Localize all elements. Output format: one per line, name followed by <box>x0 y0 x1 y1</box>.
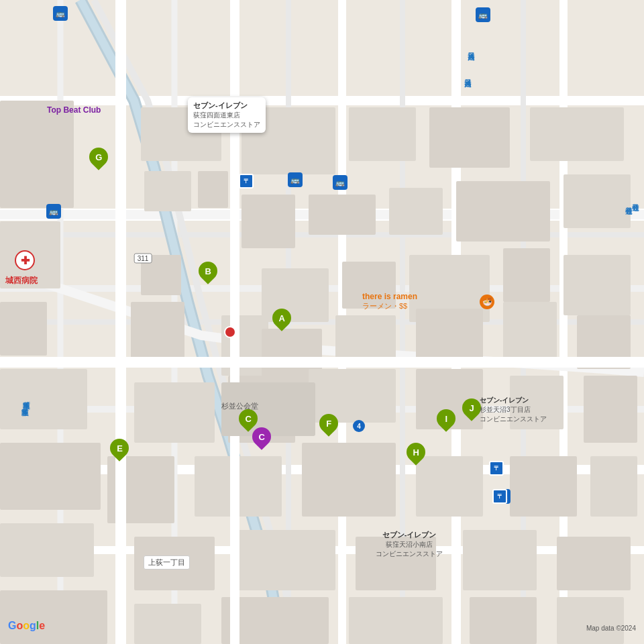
road-badge-311: 311 <box>134 254 152 264</box>
g-blue: G <box>8 620 16 631</box>
svg-rect-62 <box>302 443 396 517</box>
svg-rect-52 <box>503 302 557 362</box>
kamiogi-ichome-label: 上荻一丁目 <box>144 555 190 570</box>
seven-eleven-top-sub2: コンビニエンスストア <box>193 120 260 129</box>
pin-J-label: J <box>469 403 474 413</box>
hospital-cross: ✚ <box>21 254 30 267</box>
bus-stop-2: 🚌 <box>476 7 490 22</box>
map-container: 311 🚌 🚌 🚌 🚌 🚌 🚌 〒 〒 ✚ 城西病院 セブン-イレブン 荻窪四面… <box>0 0 644 644</box>
bus-stop-5: 🚌 <box>333 175 347 190</box>
svg-rect-70 <box>557 537 631 590</box>
red-dot-marker <box>224 326 236 338</box>
svg-rect-75 <box>557 597 624 644</box>
pin-I-label: I <box>445 414 447 424</box>
pin-C-purple-label: C <box>258 432 264 442</box>
svg-rect-63 <box>416 456 483 517</box>
svg-rect-50 <box>335 315 396 362</box>
pin-B[interactable]: B <box>199 262 217 280</box>
svg-rect-38 <box>503 248 550 302</box>
svg-rect-42 <box>0 302 47 356</box>
kamiogi-honmachi: 上荻本町通り <box>21 396 32 405</box>
pin-G[interactable]: G <box>89 148 108 166</box>
bus-stop-1: 🚌 <box>53 6 68 21</box>
pin-A[interactable]: A <box>272 309 291 327</box>
post-icon-2: 〒 <box>492 489 507 504</box>
svg-rect-27 <box>349 107 416 161</box>
seven-eleven-top-sub1: 荻窪四面道東店 <box>193 111 260 120</box>
svg-rect-33 <box>456 181 550 241</box>
svg-rect-46 <box>0 590 107 644</box>
ramen-name: there is ramen <box>362 292 417 301</box>
ramen-desc: ラーメン・$$ <box>362 301 417 311</box>
svg-rect-45 <box>0 523 94 577</box>
svg-rect-67 <box>235 530 335 590</box>
svg-rect-59 <box>584 376 637 443</box>
svg-rect-54 <box>134 382 215 443</box>
pin-C[interactable]: C <box>239 409 258 428</box>
s11-amanuma-name3: コンビニエンスストア <box>376 549 443 559</box>
svg-rect-28 <box>429 107 510 168</box>
svg-rect-64 <box>510 456 577 517</box>
s11-amanuma3-name1: セブン-イレブン <box>480 396 547 405</box>
pin-A-label: A <box>278 313 284 323</box>
s11-amanuma3-name3: コンビニエンスストア <box>480 415 547 424</box>
svg-rect-39 <box>564 255 631 315</box>
pin-F[interactable]: F <box>319 414 338 433</box>
map-data-text: Map data ©2024 <box>586 625 636 632</box>
svg-rect-40 <box>0 101 74 208</box>
post-icon-1: 〒 <box>239 174 254 189</box>
svg-rect-65 <box>590 456 637 517</box>
pin-H[interactable]: H <box>407 443 425 462</box>
pin-F-label: F <box>326 419 331 429</box>
ramen-callout: there is ramen ラーメン・$$ <box>362 292 417 311</box>
svg-rect-44 <box>0 443 101 510</box>
pin-E-label: E <box>117 443 123 453</box>
g-blue2: g <box>30 620 36 631</box>
svg-rect-29 <box>530 107 624 161</box>
post-icon-3: 〒 <box>489 461 504 476</box>
pin-I[interactable]: I <box>437 409 455 428</box>
pin-E[interactable]: E <box>110 439 129 458</box>
nidai-street-diagonal: 日大二高通り <box>466 47 476 56</box>
num-badge-4: 4 <box>353 420 365 432</box>
kyokai-street-side: 教会通り <box>624 201 634 210</box>
bus-stop-3: 🚌 <box>46 204 61 219</box>
google-logo: Google <box>8 620 45 632</box>
svg-rect-69 <box>463 530 537 590</box>
seven-eleven-amanuma-callout: セブン-イレブン 荻窪天沼小南店 コンビニエンスストア <box>376 530 443 559</box>
svg-rect-35 <box>262 268 329 322</box>
svg-rect-73 <box>349 597 443 644</box>
g-red2: e <box>39 620 45 631</box>
ramen-icon: 🍜 <box>480 294 494 309</box>
seven-eleven-amanuma3-callout: セブン-イレブン 杉並天沼3丁目店 コンビニエンスストア <box>480 396 547 424</box>
pin-B-label: B <box>205 266 211 276</box>
svg-rect-31 <box>309 195 376 235</box>
svg-rect-24 <box>198 171 228 208</box>
svg-rect-51 <box>416 309 483 362</box>
svg-rect-30 <box>241 195 295 248</box>
svg-rect-74 <box>470 597 537 644</box>
s11-amanuma-name2: 荻窪天沼小南店 <box>376 540 443 549</box>
svg-rect-43 <box>0 369 87 429</box>
pin-C-purple[interactable]: C <box>252 427 271 446</box>
svg-rect-71 <box>134 604 201 644</box>
svg-rect-32 <box>389 188 443 235</box>
svg-rect-34 <box>564 174 631 228</box>
pin-H-label: H <box>413 447 419 458</box>
svg-rect-47 <box>131 302 184 362</box>
svg-rect-23 <box>144 171 191 211</box>
seven-eleven-callout-top: セブン-イレブン 荻窪四面道東店 コンビニエンスストア <box>188 97 266 133</box>
pin-J[interactable]: J <box>462 398 481 417</box>
g-red: o <box>16 620 23 631</box>
hospital-icon: ✚ <box>15 250 35 270</box>
s11-amanuma-name1: セブン-イレブン <box>376 530 443 540</box>
seven-eleven-top-name: セブン-イレブン <box>193 101 260 111</box>
map-background <box>0 0 644 644</box>
top-beat-club-label: Top Beat Club <box>47 105 101 115</box>
pin-G-label: G <box>95 152 102 162</box>
bus-stop-4: 🚌 <box>288 172 303 187</box>
g-yellow: o <box>23 620 30 631</box>
pin-C-label: C <box>245 414 251 424</box>
s11-amanuma3-name2: 杉並天沼3丁目店 <box>480 405 547 415</box>
